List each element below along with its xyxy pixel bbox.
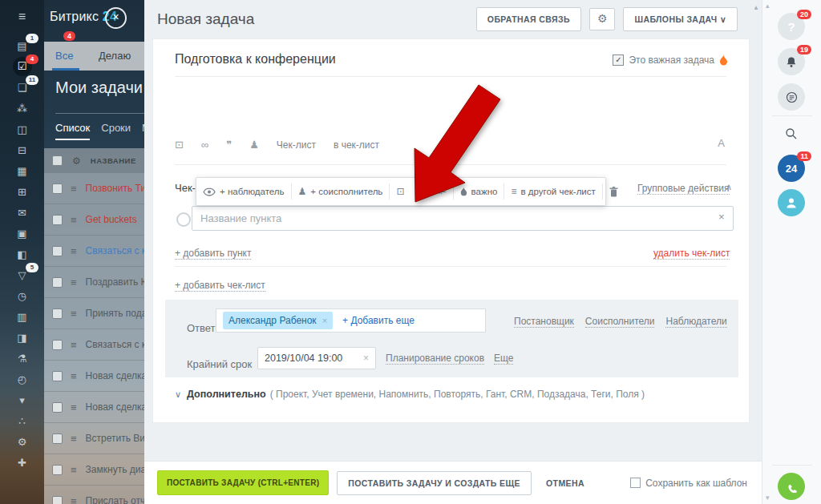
chevron-up-icon[interactable]: ▴ [766,2,770,10]
drag-handle-icon[interactable]: ≡ [71,401,77,413]
attach-file-button[interactable]: ⊡ [390,178,410,205]
task-title[interactable]: Подготовка к конференции [175,52,336,67]
to-checklist-button[interactable]: в чек-лист [334,139,379,151]
table-row[interactable]: ≡ Get buckets [44,204,144,236]
originator-link[interactable]: Постановщик [514,316,574,328]
insert-media-icon[interactable]: ⊡ [175,139,184,151]
table-row[interactable]: ≡ Поздравить Ю [44,267,144,298]
outdent-item-button[interactable]: ⇤ [432,178,453,205]
save-template-checkbox[interactable] [630,478,641,488]
rail-icon-item[interactable]: ❏ 11 [0,77,44,98]
drag-handle-icon[interactable]: ≡ [71,464,77,476]
settings-gear-button[interactable]: ⚙ [589,8,616,30]
table-row[interactable]: ≡ Новая сделка [44,392,144,423]
help-button[interactable]: ? 20 [778,13,805,40]
row-checkbox[interactable] [52,246,63,256]
gear-icon[interactable]: ⚙ [72,155,81,167]
row-checkbox[interactable] [52,465,63,475]
drag-handle-icon[interactable]: ≡ [71,433,77,445]
row-checkbox[interactable] [52,183,63,194]
coexecutors-link[interactable]: Соисполнители [585,316,655,328]
add-checklist-link[interactable]: + добавить чек-лист [175,280,265,292]
add-checklist-item-link[interactable]: + добавить пункт [175,248,251,260]
checklist-button[interactable]: Чек-лист [277,139,316,151]
tab-doing[interactable]: Делаю [99,50,131,62]
phone-call-button[interactable] [778,473,805,500]
submit-and-create-button[interactable]: ПОСТАВИТЬ ЗАДАЧУ И СОЗДАТЬ ЕЩЕ [337,471,532,495]
checklist-item-input[interactable] [192,206,734,231]
row-checkbox[interactable] [52,402,63,413]
submit-task-button[interactable]: ПОСТАВИТЬ ЗАДАЧУ (CTRL+ENTER) [157,470,329,495]
delete-item-button[interactable] [603,178,625,205]
rail-icon-item[interactable]: ☑ 4 [0,56,44,77]
clear-item-icon[interactable]: × [718,211,725,223]
rail-icon-item[interactable]: ⊞ [0,181,44,202]
cancel-button[interactable]: ОТМЕНА [546,478,584,488]
tab-all-tasks[interactable]: Все [55,50,73,62]
rail-icon-item[interactable]: ▣ [0,223,44,244]
collapse-panel-button[interactable]: × [105,7,127,29]
checklist-item-checkbox[interactable] [176,212,191,227]
drag-handle-icon[interactable]: ≡ [71,214,77,226]
menu-icon[interactable]: ≡ [0,10,44,24]
rail-icon-item[interactable]: ◴ [0,369,44,389]
rail-icon-item[interactable]: ▤ 1 [0,35,44,56]
task-templates-button[interactable]: ШАБЛОНЫ ЗАДАЧ ∨ [623,7,738,31]
remove-person-icon[interactable]: × [322,316,327,325]
bitrix24-network-button[interactable]: 24 11 [778,155,805,182]
table-row[interactable]: ≡ Новая сделка [44,361,144,392]
add-more-person-link[interactable]: + Добавить еще [342,315,415,326]
table-row[interactable]: ≡ Встретить Вит [44,423,144,454]
rail-icon-item[interactable]: ▾ [0,389,44,410]
drag-handle-icon[interactable]: ≡ [71,339,77,351]
insert-link-icon[interactable]: ∞ [201,139,208,151]
rail-icon-item[interactable]: ✚ [0,452,44,473]
additional-label[interactable]: Дополнительно [187,389,266,400]
chevron-down-icon[interactable]: ▾ [766,494,770,502]
font-size-button[interactable]: A [718,137,725,149]
rail-icon-item[interactable]: ✉ [0,202,44,223]
row-checkbox[interactable] [52,496,63,504]
rail-icon-item[interactable]: ▽ 5 [0,264,44,285]
observers-link[interactable]: Наблюдатели [665,316,726,328]
responsible-field[interactable]: Александр Рабенок × + Добавить еще [216,308,486,333]
rail-icon-item[interactable]: ◫ [0,119,44,139]
row-checkbox[interactable] [52,340,63,350]
profile-avatar[interactable] [778,189,805,216]
mark-important-button[interactable]: важно [454,178,504,205]
rail-icon-item[interactable]: ⁂ [0,98,44,119]
add-coexecutor-button[interactable]: ♟ + соисполнитель [292,178,390,205]
row-checkbox[interactable] [52,277,63,288]
rail-icon-item[interactable]: ◧ [0,244,44,264]
select-all-checkbox[interactable] [52,155,63,166]
notifications-button[interactable]: 19 [778,48,805,75]
rail-icon-item[interactable]: ◷ [0,285,44,306]
rail-icon-item[interactable]: ⊟ [0,139,44,160]
mention-person-icon[interactable]: ♟ [249,139,259,151]
drag-handle-icon[interactable]: ≡ [71,495,77,504]
table-row[interactable]: ≡ Связаться с к [44,236,144,267]
indent-item-button[interactable]: ⇥ [410,178,431,205]
clear-deadline-icon[interactable]: × [363,353,369,364]
responsible-chip[interactable]: Александр Рабенок × [223,312,333,329]
drag-handle-icon[interactable]: ≡ [71,370,77,382]
table-row[interactable]: ≡ Принять пода [44,298,144,329]
chevron-up-icon[interactable]: ∧ [726,182,732,192]
time-planning-link[interactable]: Планирование сроков [386,353,484,365]
rail-icon-item[interactable]: ⚙ [0,431,44,452]
group-actions-link[interactable]: Групповые действия [637,183,730,195]
quote-icon[interactable]: ❞ [226,139,232,151]
rail-icon-item[interactable]: ▥ [0,306,44,327]
important-checkbox[interactable]: ✓ [613,54,624,66]
scrollbar-up-arrow[interactable]: ▲ [753,4,759,11]
row-checkbox[interactable] [52,308,63,319]
rail-icon-item[interactable]: ⚗ [0,348,44,369]
task-view-tab[interactable]: Сроки [101,122,131,140]
add-observer-button[interactable]: + наблюдатель [196,178,291,205]
drag-handle-icon[interactable]: ≡ [71,276,77,288]
delete-checklist-link[interactable]: удалить чек-лист [653,248,730,260]
drag-handle-icon[interactable]: ≡ [71,308,77,320]
row-checkbox[interactable] [52,371,63,381]
feedback-button[interactable]: ОБРАТНАЯ СВЯЗЬ [476,7,581,31]
rail-icon-item[interactable]: ◨ [0,327,44,348]
